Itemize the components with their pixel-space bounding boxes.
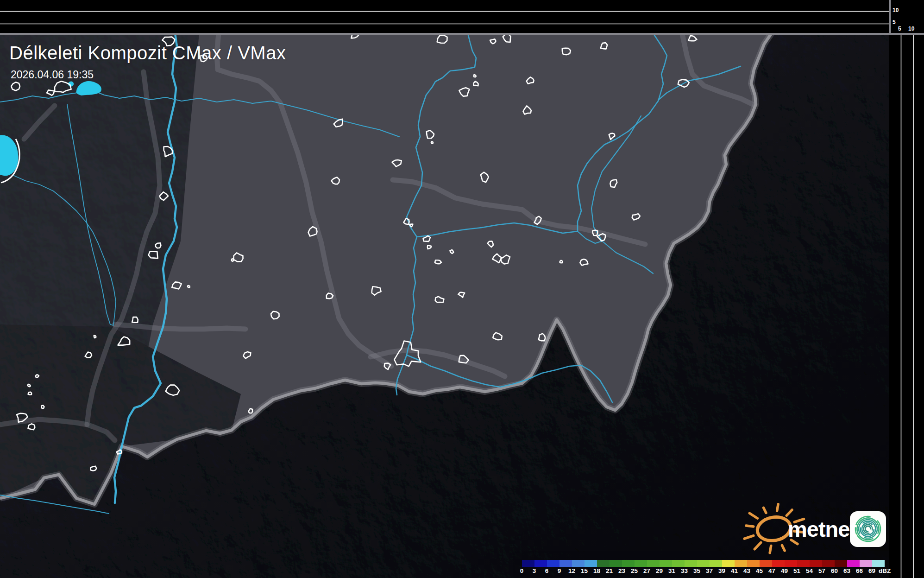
top-axis-tick-10: 10: [893, 7, 899, 13]
dbz-label-6: 6: [541, 567, 553, 574]
dbz-label-29: 29: [653, 567, 666, 574]
dbz-swatch-29: [660, 560, 672, 567]
dbz-label-51: 51: [791, 567, 803, 574]
dbz-swatch-54: [810, 560, 822, 567]
dbz-swatch-41: [735, 560, 747, 567]
radar-map-canvas: [0, 0, 924, 578]
dbz-label-37: 37: [703, 567, 716, 574]
dbz-swatch-51: [797, 560, 810, 567]
dbz-swatch-18: [597, 560, 610, 567]
top-axis-strip: [0, 0, 924, 33]
dbz-swatch-21: [610, 560, 622, 567]
dbz-swatch-23: [622, 560, 635, 567]
dbz-label-69: 69: [866, 567, 878, 574]
dbz-swatch-69: [872, 560, 885, 567]
dbz-swatch-63: [847, 560, 860, 567]
dbz-label-49: 49: [778, 567, 791, 574]
dbz-swatch-47: [772, 560, 785, 567]
dbz-swatch-31: [672, 560, 685, 567]
dbz-swatch-35: [697, 560, 710, 567]
dbz-label-66: 66: [853, 567, 866, 574]
dbz-swatch-0: [522, 560, 534, 567]
dbz-label-3: 3: [528, 567, 541, 574]
sun-ray: [770, 546, 771, 553]
dbz-swatch-3: [534, 560, 547, 567]
dbz-label-35: 35: [691, 567, 703, 574]
dbz-label-18: 18: [591, 567, 603, 574]
dbz-swatch-9: [559, 560, 572, 567]
dbz-swatch-12: [572, 560, 585, 567]
radar-app-window: Délkeleti Kompozit CMax / VMax 2026.04.0…: [0, 0, 924, 578]
dbz-colorbar: [522, 560, 885, 567]
dbz-label-15: 15: [578, 567, 591, 574]
dbz-swatch-66: [860, 560, 872, 567]
dbz-swatch-27: [647, 560, 660, 567]
sun-ray: [746, 526, 754, 527]
dbz-swatch-57: [822, 560, 835, 567]
top-axis-tick-5: 5: [893, 19, 896, 25]
dbz-label-57: 57: [816, 567, 828, 574]
dbz-label-25: 25: [628, 567, 641, 574]
dbz-swatch-43: [747, 560, 760, 567]
dbz-colorbar-labels: 0369121518212325272931333537394143454749…: [515, 567, 896, 574]
dbz-label-27: 27: [641, 567, 653, 574]
dbz-label-60: 60: [828, 567, 841, 574]
dbz-label-63: 63: [841, 567, 853, 574]
colorbar-unit: dBZ: [878, 567, 896, 574]
map-title: Délkeleti Kompozit CMax / VMax: [9, 43, 286, 64]
dbz-label-47: 47: [766, 567, 778, 574]
dbz-label-43: 43: [741, 567, 753, 574]
dbz-swatch-33: [685, 560, 697, 567]
dbz-label-9: 9: [553, 567, 566, 574]
dbz-label-21: 21: [603, 567, 616, 574]
dbz-swatch-15: [585, 560, 597, 567]
right-axis-tick-5: 5: [898, 25, 901, 32]
dbz-swatch-60: [835, 560, 847, 567]
metnet-logo-text: metnet: [788, 516, 856, 542]
map-timestamp: 2026.04.06 19:35: [11, 69, 94, 81]
dbz-label-31: 31: [666, 567, 678, 574]
dbz-label-33: 33: [678, 567, 691, 574]
dbz-label-12: 12: [566, 567, 578, 574]
right-axis-tick-10: 10: [908, 25, 914, 32]
dbz-label-45: 45: [753, 567, 766, 574]
dbz-swatch-6: [547, 560, 559, 567]
dbz-label-0: 0: [515, 567, 528, 574]
dbz-label-41: 41: [728, 567, 741, 574]
dbz-label-54: 54: [803, 567, 816, 574]
dbz-swatch-37: [710, 560, 722, 567]
dbz-label-39: 39: [716, 567, 728, 574]
dbz-swatch-25: [635, 560, 647, 567]
right-axis-strip: [889, 33, 924, 578]
dbz-label-23: 23: [616, 567, 628, 574]
dbz-swatch-45: [760, 560, 772, 567]
sun-ray: [777, 504, 779, 511]
dbz-swatch-49: [785, 560, 797, 567]
dbz-swatch-39: [722, 560, 735, 567]
